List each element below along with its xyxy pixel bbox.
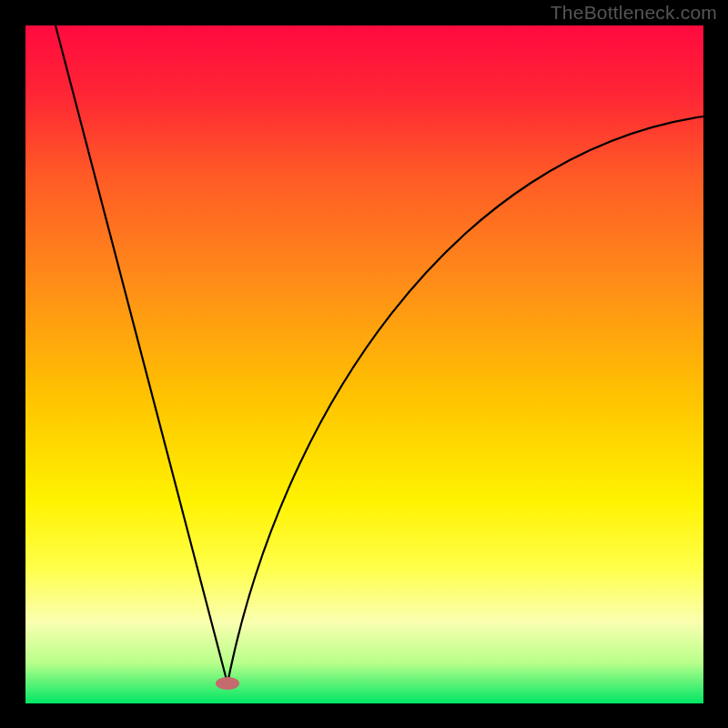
plot-area [25,25,703,703]
plot-svg [25,25,703,703]
optimum-marker [216,677,239,690]
chart-container: TheBottleneck.com [0,0,728,728]
watermark-text: TheBottleneck.com [551,2,717,24]
gradient-background [25,25,703,703]
